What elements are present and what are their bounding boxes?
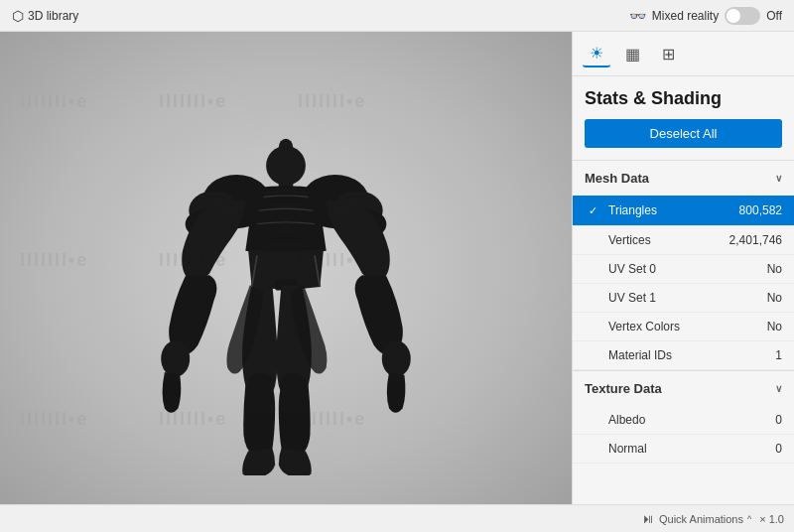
- off-label: Off: [766, 9, 782, 23]
- uvset0-value: No: [767, 262, 782, 276]
- deselect-all-button[interactable]: Deselect All: [585, 119, 782, 148]
- panel-content: Stats & Shading Deselect All Mesh Data ∨…: [573, 76, 794, 504]
- animations-chevron-icon: ^: [747, 514, 751, 524]
- vertex-colors-label: Vertex Colors: [608, 320, 759, 333]
- watermark: lllllll•e: [20, 409, 88, 430]
- 3d-model: [97, 98, 474, 475]
- svg-point-10: [161, 340, 190, 376]
- sun-icon: ☀: [590, 44, 603, 63]
- albedo-label: Albedo: [608, 413, 767, 427]
- grid-icon: ⊞: [662, 45, 675, 64]
- panel-tabs: ☀ ▦ ⊞: [573, 32, 794, 76]
- uvset1-row: UV Set 1 No: [573, 284, 794, 313]
- triangles-checkbox[interactable]: ✓: [585, 202, 600, 218]
- triangles-label: Triangles: [608, 203, 731, 217]
- vertex-colors-value: No: [767, 320, 782, 333]
- toggle-knob: [727, 9, 740, 23]
- svg-point-12: [248, 373, 273, 395]
- animation-icon: ⏯: [642, 511, 655, 526]
- svg-point-13: [281, 373, 306, 395]
- vertices-row: Vertices 2,401,746: [573, 226, 794, 255]
- scale-label: × 1.0: [759, 513, 784, 525]
- 3d-library-label: 3D library: [28, 9, 78, 23]
- mixed-reality-section: 👓 Mixed reality Off: [629, 7, 782, 25]
- mesh-chevron-icon: ∨: [775, 173, 782, 184]
- tab-sun[interactable]: ☀: [583, 40, 610, 67]
- mixed-reality-toggle[interactable]: [725, 7, 760, 25]
- normal-label: Normal: [608, 442, 767, 456]
- svg-point-1: [279, 139, 293, 157]
- quick-animations-item[interactable]: ⏯ Quick Animations ^: [642, 511, 751, 526]
- material-ids-label: Material IDs: [608, 348, 767, 362]
- chart-icon: ▦: [625, 45, 640, 64]
- vr-icon: 👓: [629, 8, 646, 24]
- uvset0-row: UV Set 0 No: [573, 255, 794, 284]
- texture-data-header[interactable]: Texture Data ∨: [573, 371, 794, 406]
- viewport[interactable]: lllllll•e lllllll•e lllllll•e lllllll•e …: [0, 32, 572, 504]
- normal-value: 0: [775, 442, 782, 456]
- mesh-data-section: Mesh Data ∨ ✓ Triangles 800,582 Vertices…: [573, 160, 794, 370]
- 3d-library-button[interactable]: ⬡ 3D library: [12, 8, 78, 24]
- check-icon: ✓: [589, 204, 597, 217]
- vertex-colors-row: Vertex Colors No: [573, 313, 794, 341]
- uvset1-value: No: [767, 291, 782, 305]
- topbar-left: ⬡ 3D library: [12, 8, 78, 24]
- albedo-value: 0: [775, 413, 782, 427]
- quick-animations-label: Quick Animations: [659, 513, 743, 525]
- mesh-data-header[interactable]: Mesh Data ∨: [573, 161, 794, 196]
- mesh-data-label: Mesh Data: [585, 171, 649, 186]
- cube-icon: ⬡: [12, 8, 24, 24]
- normal-row: Normal 0: [573, 435, 794, 464]
- scale-item: × 1.0: [759, 513, 784, 525]
- material-ids-value: 1: [775, 348, 782, 362]
- vertices-value: 2,401,746: [729, 233, 782, 247]
- albedo-row: Albedo 0: [573, 406, 794, 435]
- bottom-bar: ⏯ Quick Animations ^ × 1.0: [0, 504, 794, 532]
- texture-data-label: Texture Data: [585, 381, 662, 396]
- watermark: lllllll•e: [20, 91, 88, 112]
- panel-title: Stats & Shading: [573, 76, 794, 119]
- vertices-label: Vertices: [608, 233, 722, 247]
- uvset1-label: UV Set 1: [608, 291, 759, 305]
- uvset0-label: UV Set 0: [608, 262, 759, 276]
- texture-chevron-icon: ∨: [775, 383, 782, 394]
- watermark: lllllll•e: [20, 250, 88, 271]
- triangles-row[interactable]: ✓ Triangles 800,582: [573, 196, 794, 226]
- material-ids-row: Material IDs 1: [573, 341, 794, 370]
- topbar: ⬡ 3D library 👓 Mixed reality Off: [0, 0, 794, 32]
- triangles-value: 800,582: [739, 203, 782, 217]
- main-area: lllllll•e lllllll•e lllllll•e lllllll•e …: [0, 32, 794, 504]
- svg-point-11: [382, 340, 411, 376]
- right-panel: ☀ ▦ ⊞ Stats & Shading Deselect All Mesh …: [572, 32, 794, 504]
- mixed-reality-label: Mixed reality: [652, 9, 719, 23]
- tab-chart[interactable]: ▦: [618, 40, 646, 67]
- texture-data-section: Texture Data ∨ Albedo 0 Normal 0: [573, 370, 794, 464]
- tab-grid[interactable]: ⊞: [654, 40, 682, 67]
